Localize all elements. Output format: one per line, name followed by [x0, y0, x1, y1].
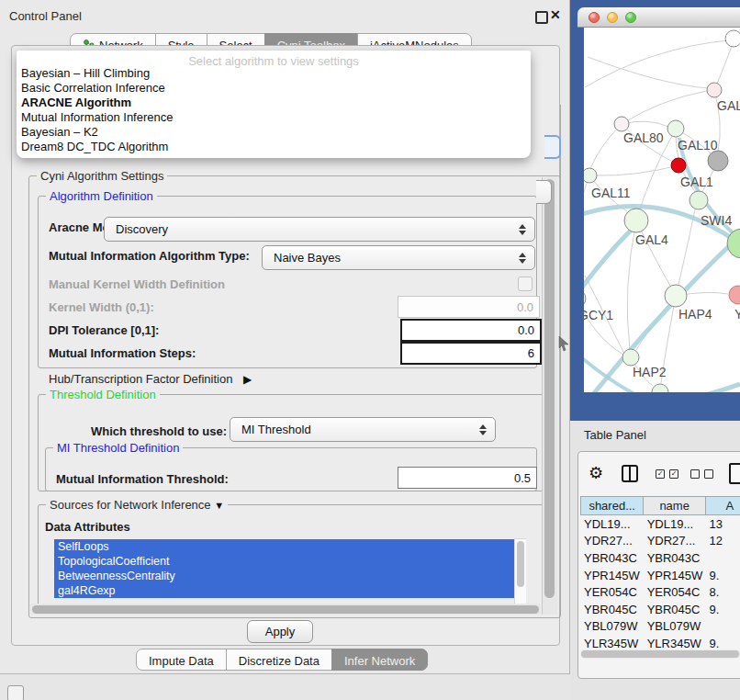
- table-cell: YBL079W: [580, 618, 644, 636]
- node-gray: [708, 151, 728, 171]
- dpi-tolerance-input[interactable]: 0.0: [400, 319, 542, 342]
- settings-group-title: Cyni Algorithm Settings: [37, 169, 167, 183]
- close-icon[interactable]: ✕: [550, 7, 561, 22]
- data-attributes-list[interactable]: SelfLoopsTopologicalCoefficientBetweenne…: [52, 536, 526, 604]
- manual-kernel-checkbox[interactable]: [518, 277, 533, 291]
- node-mid: [690, 191, 708, 209]
- kernel-width-label: Kernel Width (0,1):: [49, 300, 154, 314]
- column-header-a[interactable]: A: [705, 496, 740, 515]
- settings-vertical-scrollbar[interactable]: [542, 177, 557, 615]
- sources-group-title[interactable]: Sources for Network Inference ▼: [46, 498, 228, 512]
- table-row[interactable]: YER054CYER054C8.: [580, 583, 740, 601]
- table-row[interactable]: YDL19...YDL19...13: [580, 515, 740, 533]
- table-cell: [705, 618, 740, 636]
- threshold-definition-title: Threshold Definition: [46, 388, 160, 401]
- algorithm-option-aracne-algorithm[interactable]: ARACNE Algorithm: [21, 96, 131, 109]
- unchecked-columns-icon[interactable]: [690, 469, 713, 479]
- control-panel-title: Control Panel: [9, 9, 82, 23]
- data-attributes-label: Data Attributes: [45, 520, 130, 534]
- column-header-name[interactable]: name: [643, 496, 706, 515]
- aracne-mode-select[interactable]: Discovery: [104, 217, 535, 242]
- minimize-light[interactable]: [607, 12, 618, 23]
- cyni-task-tabs: Impute DataDiscretize DataInfer Network: [136, 649, 428, 670]
- spinner-arrows-icon: [477, 424, 489, 435]
- column-header-shared-[interactable]: shared...: [580, 496, 644, 515]
- node-pink-label: Y: [734, 307, 740, 322]
- algorithm-option-mutual-information-inference[interactable]: Mutual Information Inference: [21, 110, 173, 124]
- algorithm-select-popup[interactable]: Select algorithm to view settings Bayesi…: [17, 51, 531, 158]
- node-gal-clipped-label: GAL: [717, 98, 740, 113]
- attribute-item-betweennesscentrality[interactable]: BetweennessCentrality: [54, 569, 514, 583]
- hub-definition-toggle[interactable]: Hub/Transcription Factor Definition ▶: [49, 372, 252, 386]
- table-cell: 12: [705, 533, 740, 550]
- node-GAL1-label: GAL1: [680, 175, 713, 189]
- which-threshold-select[interactable]: MI Threshold: [230, 417, 496, 442]
- table-cell: YPR145W: [644, 567, 706, 584]
- gear-icon[interactable]: ⚙: [589, 463, 603, 483]
- algorithm-definition-title: Algorithm Definition: [46, 189, 157, 203]
- table-row[interactable]: YDR27...YDR27...12: [580, 533, 740, 550]
- table-row[interactable]: YBR045CYBR045C9.: [580, 601, 740, 618]
- tab-impute-data[interactable]: Impute Data: [136, 649, 227, 671]
- node-gal-clipped: [707, 83, 722, 97]
- mi-algorithm-type-select[interactable]: Naive Bayes: [262, 245, 535, 270]
- split-pane-icon[interactable]: [622, 465, 638, 482]
- mi-steps-input[interactable]: 6: [400, 342, 542, 365]
- mi-threshold-input[interactable]: 0.5: [398, 467, 537, 489]
- inference-algorithm-group-edge: [560, 105, 561, 215]
- apply-button[interactable]: Apply: [247, 620, 313, 643]
- node-GAL1: [671, 158, 686, 173]
- table-cell: YPR145W: [580, 567, 644, 584]
- node-HAP2-label: HAP2: [633, 365, 667, 379]
- restore-panel-icon[interactable]: [7, 685, 24, 700]
- tab-infer-network[interactable]: Infer Network: [331, 649, 428, 671]
- mi-algorithm-type-label: Mutual Information Algorithm Type:: [49, 249, 250, 263]
- node-pink: [729, 286, 740, 304]
- node-HAP4: [665, 285, 687, 307]
- table-cell: YBR043C: [580, 549, 644, 567]
- algorithm-combo-fragment[interactable]: [544, 135, 561, 159]
- node-top-partial: [725, 30, 740, 47]
- network-view-canvas[interactable]: GALGAL80GAL10GAL1GAL11GAL4SWI4GCY1HAP4YH…: [584, 28, 740, 392]
- node-GCY1: [584, 289, 586, 308]
- algorithm-option-dream8-dc-tdc-algorithm[interactable]: Dream8 DC_TDC Algorithm: [21, 140, 168, 153]
- table-horizontal-scrollbar[interactable]: [580, 649, 740, 659]
- table-row[interactable]: YBR043CYBR043C: [580, 549, 740, 567]
- table-row[interactable]: YPR145WYPR145W9.: [580, 567, 740, 584]
- attribute-item-selfloops[interactable]: SelfLoops: [54, 539, 514, 554]
- table-cell: YBL079W: [644, 618, 706, 636]
- float-window-icon[interactable]: [535, 11, 548, 24]
- table-panel-title: Table Panel: [584, 428, 646, 442]
- document-icon[interactable]: [729, 463, 740, 484]
- manual-kernel-label: Manual Kernel Width Definition: [49, 277, 225, 291]
- expand-right-arrow-icon: ▶: [243, 373, 252, 386]
- control-panel-window: Control Panel ✕ NetworkStyleSelectCyni T…: [0, 0, 570, 674]
- tab-discretize-data[interactable]: Discretize Data: [226, 649, 332, 671]
- checked-columns-icon[interactable]: ✓ ✓: [656, 469, 678, 479]
- node-GAL11: [584, 168, 597, 183]
- kernel-width-input[interactable]: 0.0: [398, 296, 540, 318]
- node-bottom: [652, 384, 668, 392]
- zoom-light[interactable]: [625, 12, 636, 23]
- settings-horizontal-scrollbar[interactable]: [30, 604, 541, 615]
- table-combo-fragment[interactable]: [536, 180, 552, 204]
- close-light[interactable]: [589, 12, 600, 23]
- algorithm-option-bayesian-k2[interactable]: Bayesian – K2: [21, 125, 98, 139]
- attributes-scrollbar[interactable]: [514, 538, 526, 604]
- mi-algorithm-type-value: Naive Bayes: [263, 251, 516, 265]
- attribute-item-topologicalcoefficient[interactable]: TopologicalCoefficient: [54, 554, 514, 569]
- algorithm-option-bayesian-hill-climbing[interactable]: Bayesian – Hill Climbing: [21, 66, 150, 80]
- network-window-titlebar[interactable]: [577, 7, 740, 28]
- table-cell: YBR045C: [580, 601, 644, 618]
- table-cell: YDR27...: [580, 533, 644, 550]
- node-attribute-table[interactable]: shared...nameA YDL19...YDL19...13YDR27..…: [580, 496, 740, 658]
- algorithm-option-basic-correlation-inference[interactable]: Basic Correlation Inference: [21, 81, 165, 95]
- which-threshold-value: MI Threshold: [230, 423, 477, 436]
- collapse-down-arrow-icon: ▼: [214, 500, 224, 511]
- node-SWI4: [727, 229, 740, 258]
- attribute-item-gal4rgexp[interactable]: gal4RGexp: [54, 583, 514, 598]
- table-cell: YDL19...: [580, 515, 644, 533]
- spinner-arrows-icon: [516, 224, 529, 235]
- table-row[interactable]: YBL079WYBL079W: [580, 618, 740, 636]
- node-GAL80: [614, 117, 629, 131]
